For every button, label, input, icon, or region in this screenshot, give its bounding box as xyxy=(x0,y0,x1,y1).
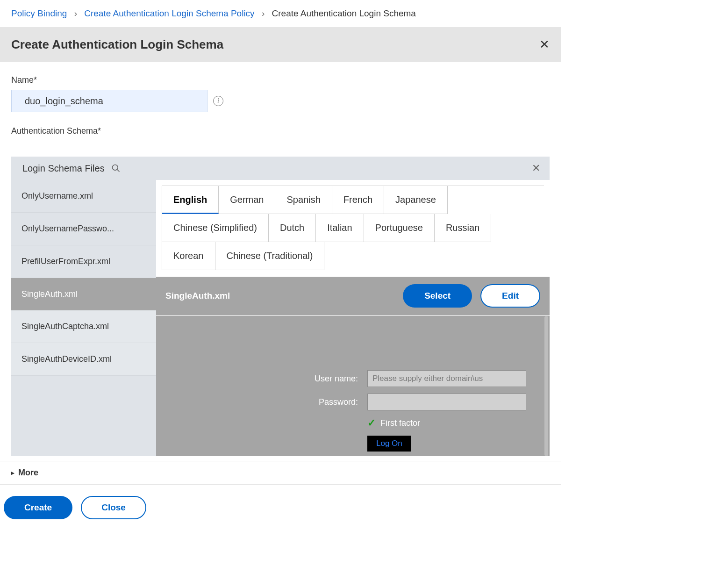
checkmark-icon: ✓ xyxy=(367,417,376,429)
create-button[interactable]: Create xyxy=(4,496,72,519)
language-tab-french[interactable]: French xyxy=(332,186,384,214)
login-schema-files-title: Login Schema Files xyxy=(22,163,105,174)
name-label: Name* xyxy=(11,75,550,85)
password-input[interactable] xyxy=(367,394,526,410)
chevron-right-icon: › xyxy=(262,8,265,18)
more-expander[interactable]: ▸ More xyxy=(0,461,561,485)
schema-file-item[interactable]: SingleAuthDeviceID.xml xyxy=(11,343,156,376)
language-tab-english[interactable]: English xyxy=(162,186,219,214)
schema-panel-close-icon[interactable]: ✕ xyxy=(532,162,540,174)
selected-file-bar: SingleAuth.xml Select Edit xyxy=(156,277,550,316)
language-tab-italian[interactable]: Italian xyxy=(316,214,364,242)
info-icon[interactable]: i xyxy=(213,96,223,106)
language-tabs: English German Spanish French Japanese C… xyxy=(162,186,544,270)
chevron-right-icon: › xyxy=(74,8,77,18)
login-schema-panel: Login Schema Files ✕ OnlyUsername.xml On… xyxy=(11,157,550,456)
username-label: User name: xyxy=(297,374,358,384)
username-input[interactable] xyxy=(367,370,526,387)
first-factor-label: First factor xyxy=(380,418,420,428)
schema-file-item-selected[interactable]: SingleAuth.xml xyxy=(11,278,156,310)
svg-point-0 xyxy=(112,165,118,171)
edit-button[interactable]: Edit xyxy=(480,284,540,308)
breadcrumb-link-policy-binding[interactable]: Policy Binding xyxy=(11,8,67,18)
close-button[interactable]: Close xyxy=(81,496,146,519)
logon-button[interactable]: Log On xyxy=(367,436,411,452)
language-tab-german[interactable]: German xyxy=(219,186,275,214)
selected-file-name: SingleAuth.xml xyxy=(165,291,230,301)
page-title: Create Authentication Login Schema xyxy=(11,37,223,52)
name-input[interactable] xyxy=(11,90,207,112)
schema-file-list: OnlyUsername.xml OnlyUsernamePasswo... P… xyxy=(11,180,156,456)
svg-line-1 xyxy=(117,170,119,172)
password-label: Password: xyxy=(297,397,358,407)
schema-file-item[interactable]: OnlyUsernamePasswo... xyxy=(11,213,156,245)
preview-scrollbar[interactable] xyxy=(544,316,548,456)
schema-preview-pane: English German Spanish French Japanese C… xyxy=(156,180,550,456)
language-tab-portuguese[interactable]: Portuguese xyxy=(364,214,435,242)
language-tab-chinese-traditional[interactable]: Chinese (Traditional) xyxy=(215,242,325,270)
language-tab-korean[interactable]: Korean xyxy=(162,242,215,270)
language-tab-dutch[interactable]: Dutch xyxy=(269,214,316,242)
close-icon[interactable]: ✕ xyxy=(539,37,550,52)
more-label: More xyxy=(18,468,38,478)
schema-file-item[interactable]: SingleAuthCaptcha.xml xyxy=(11,310,156,343)
auth-schema-label: Authentication Schema* xyxy=(11,126,550,136)
breadcrumb: Policy Binding › Create Authentication L… xyxy=(0,0,561,27)
breadcrumb-link-create-policy[interactable]: Create Authentication Login Schema Polic… xyxy=(84,8,254,18)
schema-file-item[interactable]: PrefilUserFromExpr.xml xyxy=(11,245,156,278)
login-form-preview: User name: Password: ✓ First factor xyxy=(156,316,550,456)
footer-buttons: Create Close xyxy=(0,485,561,531)
language-tab-chinese-simplified[interactable]: Chinese (Simplified) xyxy=(162,214,269,242)
search-icon[interactable] xyxy=(111,164,121,173)
chevron-right-icon: ▸ xyxy=(11,469,14,476)
language-tab-spanish[interactable]: Spanish xyxy=(275,186,332,214)
panel-header: Create Authentication Login Schema ✕ xyxy=(0,27,561,62)
language-tab-japanese[interactable]: Japanese xyxy=(384,186,448,214)
language-tab-russian[interactable]: Russian xyxy=(435,214,491,242)
schema-file-item[interactable]: OnlyUsername.xml xyxy=(11,180,156,213)
breadcrumb-current: Create Authentication Login Schema xyxy=(272,8,416,18)
select-button[interactable]: Select xyxy=(403,284,472,308)
